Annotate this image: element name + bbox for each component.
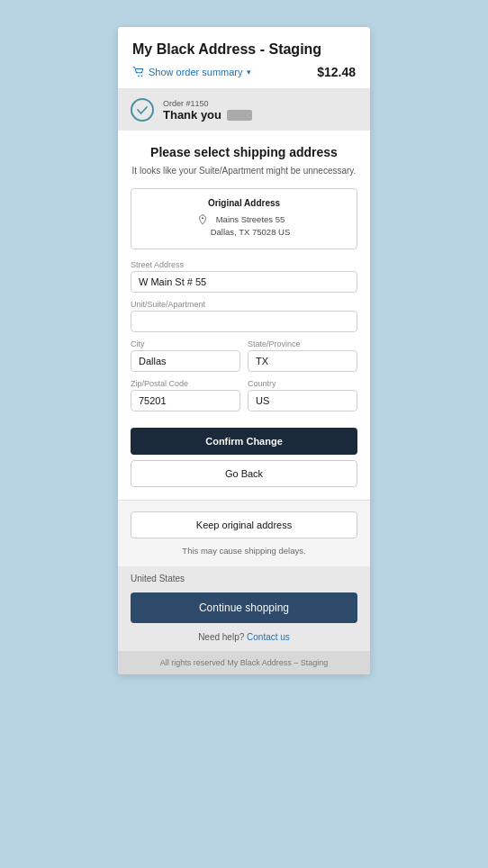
confirm-change-button[interactable]: Confirm Change: [131, 428, 357, 455]
order-summary-label: Show order summary: [149, 67, 243, 77]
svg-point-2: [202, 217, 203, 219]
svg-point-0: [138, 75, 140, 77]
country-label: Country: [248, 379, 357, 388]
order-number: Order #1150: [163, 99, 252, 108]
svg-point-1: [141, 75, 143, 77]
city-label: City: [131, 339, 240, 348]
thank-you-message: Thank you: [163, 108, 252, 122]
state-label: State/Province: [248, 339, 357, 348]
order-total: $12.48: [317, 65, 356, 79]
zip-input[interactable]: [131, 390, 240, 411]
name-redacted: [227, 110, 252, 121]
copyright-text: All rights reserved My Black Address – S…: [118, 651, 370, 674]
footer-area: United States Continue shopping Need hel…: [118, 566, 370, 651]
original-address-content: Mains Streetes 55 Dallas, TX 75028 US: [142, 213, 346, 240]
contact-us-link[interactable]: Contact us: [247, 632, 290, 642]
go-back-button[interactable]: Go Back: [131, 460, 357, 487]
original-address-label: Original Address: [142, 198, 346, 208]
country-field: Country: [248, 379, 357, 411]
thank-you-bar: Order #1150 Thank you: [118, 89, 370, 131]
state-input[interactable]: [248, 350, 357, 372]
location-icon: [198, 214, 207, 225]
keep-original-section: Keep original address This may cause shi…: [118, 500, 370, 566]
card-header: My Black Address - Staging Show order su…: [118, 27, 370, 89]
zip-country-row: Zip/Postal Code Country: [131, 379, 357, 419]
street-address-label: Street Address: [131, 260, 357, 269]
unit-input[interactable]: [131, 311, 357, 332]
city-field: City: [131, 339, 240, 372]
modal-title: Please select shipping address: [131, 145, 357, 159]
original-address-text: Mains Streetes 55 Dallas, TX 75028 US: [211, 213, 291, 240]
order-summary-row: Show order summary ▾ $12.48: [132, 65, 356, 79]
original-address-box: Original Address Mains Streetes 55 Dalla…: [131, 188, 357, 249]
main-card: My Black Address - Staging Show order su…: [118, 27, 370, 674]
country-label-footer: United States: [131, 574, 357, 592]
thank-you-text-block: Order #1150 Thank you: [163, 99, 252, 122]
city-state-row: City State/Province: [131, 339, 357, 379]
need-help-text: Need help?: [198, 632, 244, 642]
shipping-delay-note: This may cause shipping delays.: [131, 546, 357, 556]
store-title: My Black Address - Staging: [132, 41, 356, 58]
show-order-summary-link[interactable]: Show order summary ▾: [132, 67, 251, 77]
need-help-row: Need help? Contact us: [131, 632, 357, 651]
modal-subtitle: It looks like your Suite/Apartment might…: [131, 165, 357, 177]
check-circle-icon: [131, 98, 154, 122]
zip-label: Zip/Postal Code: [131, 379, 240, 388]
street-address-input[interactable]: [131, 271, 357, 293]
keep-original-button[interactable]: Keep original address: [131, 511, 357, 538]
chevron-down-icon: ▾: [247, 68, 251, 77]
street-address-field: Street Address: [131, 260, 357, 293]
state-field: State/Province: [248, 339, 357, 372]
country-input[interactable]: [248, 390, 357, 411]
zip-field: Zip/Postal Code: [131, 379, 240, 411]
unit-field: Unit/Suite/Apartment: [131, 300, 357, 332]
city-input[interactable]: [131, 350, 240, 372]
unit-label: Unit/Suite/Apartment: [131, 300, 357, 309]
modal-area: Please select shipping address It looks …: [118, 131, 370, 500]
cart-icon: [132, 67, 145, 77]
continue-shopping-button[interactable]: Continue shopping: [131, 592, 357, 623]
